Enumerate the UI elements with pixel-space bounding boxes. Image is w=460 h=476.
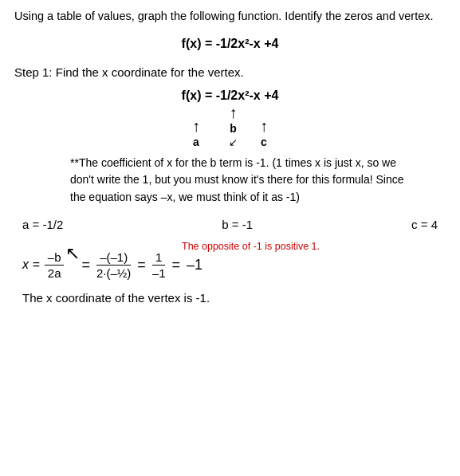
coeff-note-text: **The coefficient of x for the b term is… [70, 156, 404, 203]
fraction-1: –b 2a [45, 250, 65, 280]
value-b: b = -1 [222, 218, 253, 231]
coeff-note: **The coefficient of x for the b term is… [70, 155, 422, 207]
arrow-a: ↑ a [192, 118, 200, 148]
label-c: c [261, 136, 267, 148]
fraction1-denominator: 2a [45, 266, 65, 280]
formula-result: –1 [187, 257, 202, 273]
b-curve-indicator: ↙ [229, 136, 238, 148]
value-a: a = -1/2 [22, 218, 63, 231]
fraction-3: 1 –1 [149, 250, 169, 280]
arrow-b: ↑ b ↙ [229, 104, 238, 148]
opposite-note-text: The opposite of -1 is positive 1. [182, 241, 320, 252]
fraction2-numerator: –(–1) [96, 250, 131, 266]
fraction2-denominator: 2·(–½) [93, 266, 134, 280]
label-b: b [230, 122, 237, 135]
opposite-note: The opposite of -1 is positive 1. [182, 241, 320, 252]
curved-arrow-indicator: ↖ [65, 243, 80, 264]
fraction-2: –(–1) 2·(–½) [93, 250, 134, 280]
values-row: a = -1/2 b = -1 c = 4 [22, 218, 438, 231]
conclusion: The x coordinate of the vertex is -1. [22, 291, 438, 305]
fraction1-numerator: –b [45, 250, 65, 266]
arrow-up-b: ↑ [230, 104, 238, 120]
arrow-up-a: ↑ [192, 118, 200, 134]
arrows-row: ↑ a ↑ b ↙ ↑ c [14, 104, 446, 148]
conclusion-text: The x coordinate of the vertex is -1. [22, 291, 210, 305]
step1-title: Step 1: [14, 65, 53, 79]
arrows-function-text: f(x) = -1/2x²-x +4 [182, 89, 279, 102]
arrows-function-label: f(x) = -1/2x²-x +4 [14, 89, 446, 103]
formula-x-label: x = [22, 258, 40, 272]
value-c: c = 4 [411, 218, 438, 231]
arrow-c: ↑ c [260, 118, 268, 148]
fraction3-numerator: 1 [152, 250, 165, 266]
step1-desc: Find the x coordinate for the vertex. [53, 65, 244, 79]
step1-label: Step 1: Find the x coordinate for the ve… [14, 65, 446, 79]
label-a: a [193, 136, 199, 148]
main-function-label: f(x) = -1/2x²-x +4 [182, 37, 279, 50]
arrow-up-c: ↑ [260, 118, 268, 134]
arrows-section: f(x) = -1/2x²-x +4 ↑ a ↑ b ↙ ↑ c [14, 89, 446, 148]
equals2: = [137, 257, 146, 273]
intro-text: Using a table of values, graph the follo… [14, 8, 446, 26]
fraction3-denominator: –1 [149, 266, 169, 280]
intro-label: Using a table of values, graph the follo… [14, 10, 434, 22]
function-display: f(x) = -1/2x²-x +4 [14, 37, 446, 51]
equals3: = [172, 257, 181, 273]
formula-area: x = –b 2a ↖ = –(–1) 2·(–½) = 1 –1 = [22, 242, 438, 280]
equals1: = [81, 257, 90, 273]
